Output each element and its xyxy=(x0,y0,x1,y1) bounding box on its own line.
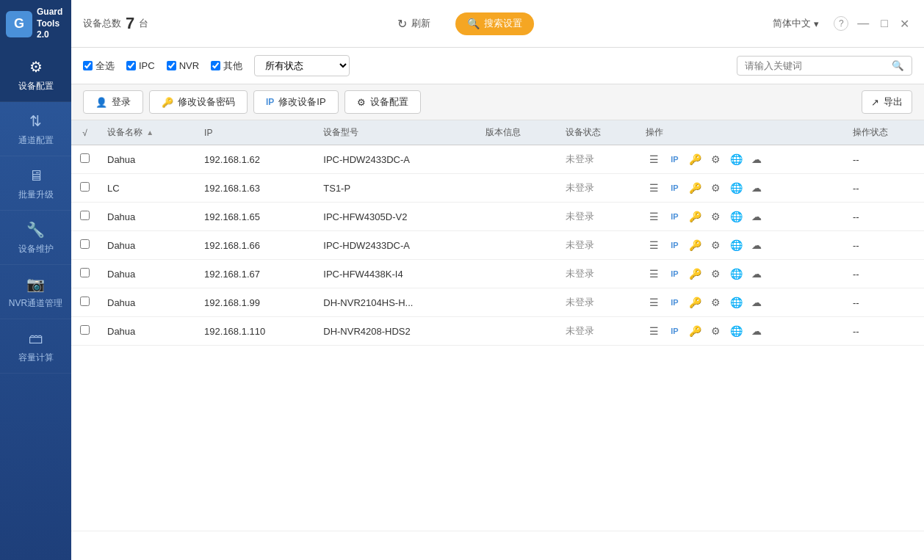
stat-count: 7 xyxy=(126,14,134,33)
row-check[interactable] xyxy=(71,203,98,231)
op-web-icon[interactable]: 🌐 xyxy=(728,323,744,339)
row-version xyxy=(477,203,557,231)
ipc-checkbox[interactable]: IPC xyxy=(126,60,155,71)
sidebar-item-batch-upgrade[interactable]: 🖥 批量升级 xyxy=(0,156,71,211)
device-config-button[interactable]: ⚙ 设备配置 xyxy=(344,90,421,114)
op-list-icon[interactable]: ☰ xyxy=(646,294,662,310)
op-gear-icon[interactable]: ⚙ xyxy=(707,237,723,253)
refresh-button[interactable]: ↻ 刷新 xyxy=(387,12,441,35)
modify-password-button[interactable]: 🔑 修改设备密码 xyxy=(149,90,248,114)
op-gear-icon[interactable]: ⚙ xyxy=(707,208,723,225)
op-list-icon[interactable]: ☰ xyxy=(646,151,662,167)
table-row: LC 192.168.1.63 TS1-P 未登录 ☰ IP 🔑 ⚙ 🌐 ☁ -… xyxy=(71,174,924,203)
op-list-icon[interactable]: ☰ xyxy=(646,237,662,253)
other-checkbox[interactable]: 其他 xyxy=(211,59,242,73)
sidebar-item-capacity-calc[interactable]: 🗃 容量计算 xyxy=(0,319,71,374)
sidebar-item-nvr-channel[interactable]: 📷 NVR通道管理 xyxy=(0,265,71,319)
op-key-icon[interactable]: 🔑 xyxy=(687,151,703,167)
main-content: 设备总数 7 台 ↻ 刷新 🔍 搜索设置 简体中文 ▾ ? — □ ✕ xyxy=(71,0,924,560)
camera-icon: 📷 xyxy=(26,274,46,294)
search-settings-button[interactable]: 🔍 搜索设置 xyxy=(455,12,534,35)
op-key-icon[interactable]: 🔑 xyxy=(687,180,703,196)
op-web-icon[interactable]: 🌐 xyxy=(728,266,744,282)
row-check[interactable] xyxy=(71,174,98,203)
row-name: Dahua xyxy=(98,231,195,260)
row-operations: ☰ IP 🔑 ⚙ 🌐 ☁ xyxy=(637,145,844,174)
sidebar-item-device-config[interactable]: ⚙ 设备配置 xyxy=(0,48,71,102)
op-ip-icon[interactable]: IP xyxy=(666,294,682,310)
op-ip-icon[interactable]: IP xyxy=(666,323,682,339)
search-input[interactable] xyxy=(737,57,884,75)
op-list-icon[interactable]: ☰ xyxy=(646,180,662,196)
select-all-checkbox[interactable]: 全选 xyxy=(83,59,115,73)
export-button[interactable]: ↗ 导出 xyxy=(862,90,912,114)
op-cloud-icon[interactable]: ☁ xyxy=(748,180,765,196)
row-check[interactable] xyxy=(71,260,98,288)
modify-ip-button[interactable]: IP 修改设备IP xyxy=(253,90,339,114)
row-check[interactable] xyxy=(71,288,98,317)
close-button[interactable]: ✕ xyxy=(897,15,912,32)
sidebar-item-channel-config[interactable]: ⇅ 通道配置 xyxy=(0,102,71,156)
row-op-status: -- xyxy=(844,145,924,174)
row-version xyxy=(477,317,557,346)
row-operations: ☰ IP 🔑 ⚙ 🌐 ☁ xyxy=(637,203,844,231)
row-check[interactable] xyxy=(71,317,98,346)
op-cloud-icon[interactable]: ☁ xyxy=(748,237,765,253)
op-key-icon[interactable]: 🔑 xyxy=(687,294,703,310)
row-operations: ☰ IP 🔑 ⚙ 🌐 ☁ xyxy=(637,260,844,288)
op-gear-icon[interactable]: ⚙ xyxy=(707,151,723,167)
op-key-icon[interactable]: 🔑 xyxy=(687,266,703,282)
op-cloud-icon[interactable]: ☁ xyxy=(748,151,765,167)
op-list-icon[interactable]: ☰ xyxy=(646,323,662,339)
op-key-icon[interactable]: 🔑 xyxy=(687,208,703,225)
op-web-icon[interactable]: 🌐 xyxy=(728,208,744,225)
op-gear-icon[interactable]: ⚙ xyxy=(707,294,723,310)
status-filter-select[interactable]: 所有状态 已登录 未登录 xyxy=(254,55,350,76)
sidebar-item-label: 通道配置 xyxy=(18,134,54,147)
op-cloud-icon[interactable]: ☁ xyxy=(748,266,765,282)
search-button[interactable]: 🔍 xyxy=(884,57,912,75)
key-icon: 🔑 xyxy=(162,97,173,108)
op-key-icon[interactable]: 🔑 xyxy=(687,237,703,253)
op-web-icon[interactable]: 🌐 xyxy=(728,180,744,196)
op-gear-icon[interactable]: ⚙ xyxy=(707,180,723,196)
op-web-icon[interactable]: 🌐 xyxy=(728,237,744,253)
row-check[interactable] xyxy=(71,145,98,174)
op-web-icon[interactable]: 🌐 xyxy=(728,151,744,167)
op-web-icon[interactable]: 🌐 xyxy=(728,294,744,310)
op-ip-icon[interactable]: IP xyxy=(666,266,682,282)
row-operations: ☰ IP 🔑 ⚙ 🌐 ☁ xyxy=(637,231,844,260)
row-name: Dahua xyxy=(98,317,195,346)
op-cloud-icon[interactable]: ☁ xyxy=(748,323,765,339)
sidebar-item-device-maintain[interactable]: 🔧 设备维护 xyxy=(0,211,71,265)
op-ip-icon[interactable]: IP xyxy=(666,180,682,196)
row-status: 未登录 xyxy=(557,231,637,260)
row-version xyxy=(477,288,557,317)
col-name[interactable]: 设备名称 ▲ xyxy=(98,120,195,145)
table-row: Dahua 192.168.1.67 IPC-HFW4438K-I4 未登录 ☰… xyxy=(71,260,924,288)
minimize-button[interactable]: — xyxy=(854,15,872,32)
row-name: Dahua xyxy=(98,288,195,317)
col-ip[interactable]: IP xyxy=(195,120,314,145)
op-ip-icon[interactable]: IP xyxy=(666,237,682,253)
language-selector[interactable]: 简体中文 ▾ xyxy=(773,17,819,30)
op-list-icon[interactable]: ☰ xyxy=(646,208,662,225)
op-cloud-icon[interactable]: ☁ xyxy=(748,208,765,225)
maximize-button[interactable]: □ xyxy=(878,15,891,32)
op-ip-icon[interactable]: IP xyxy=(666,151,682,167)
op-ip-icon[interactable]: IP xyxy=(666,208,682,225)
row-ip: 192.168.1.99 xyxy=(195,288,314,317)
table-header-row: √ 设备名称 ▲ IP 设备型号 版本信息 设备状态 操作 操作状态 xyxy=(71,120,924,145)
op-cloud-icon[interactable]: ☁ xyxy=(748,294,765,310)
op-gear-icon[interactable]: ⚙ xyxy=(707,323,723,339)
op-key-icon[interactable]: 🔑 xyxy=(687,323,703,339)
nvr-checkbox[interactable]: NVR xyxy=(167,60,199,71)
row-model: DH-NVR2104HS-H... xyxy=(314,288,477,317)
col-check: √ xyxy=(71,120,98,145)
op-list-icon[interactable]: ☰ xyxy=(646,266,662,282)
help-button[interactable]: ? xyxy=(834,16,848,31)
refresh-label: 刷新 xyxy=(411,17,430,30)
row-check[interactable] xyxy=(71,231,98,260)
login-button[interactable]: 👤 登录 xyxy=(83,90,143,114)
op-gear-icon[interactable]: ⚙ xyxy=(707,266,723,282)
